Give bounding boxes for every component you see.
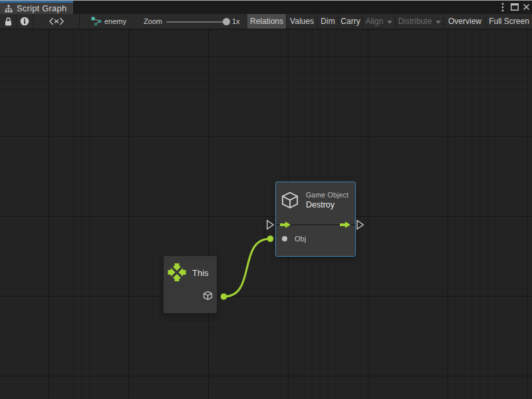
unity-script-graph-window: Script Graph [0, 0, 532, 399]
zoom-label: Zoom [140, 14, 162, 29]
close-icon [523, 3, 530, 11]
graph-canvas[interactable]: This Game Object Destroy [0, 29, 532, 399]
info-icon [20, 17, 29, 26]
control-input-arrow-icon[interactable] [280, 221, 291, 228]
control-input-port-triangle[interactable] [267, 221, 273, 229]
window-close-button[interactable] [523, 0, 530, 14]
dropdown-arrow-icon [436, 21, 441, 24]
toolbar-button-overview[interactable]: Overview [444, 14, 485, 29]
maximize-icon [511, 3, 519, 11]
control-output-port-triangle[interactable] [357, 221, 363, 229]
kebab-menu-icon [501, 3, 504, 12]
distribute-label: Distribute [398, 17, 432, 26]
toolbar-button-values[interactable]: Values [287, 14, 317, 29]
window-top-border [0, 0, 532, 1]
connections-overlay [0, 29, 532, 399]
align-label: Align [366, 17, 384, 26]
script-graph-icon [5, 5, 13, 13]
lock-button[interactable] [0, 14, 16, 29]
graph-name-label: enemy [104, 14, 135, 29]
wire-start-dot[interactable] [221, 293, 227, 300]
toolbar-button-align[interactable]: Align [363, 14, 395, 29]
toolbar-button-distribute[interactable]: Distribute [396, 14, 444, 29]
gameobject-cube-icon [203, 291, 213, 301]
dropdown-arrow-icon [387, 21, 392, 24]
code-graph-icon [49, 17, 64, 25]
node-title: Destroy [306, 200, 334, 209]
relation-curve [264, 228, 268, 238]
window-maximize-button[interactable] [511, 0, 519, 14]
toolbar-separator [79, 14, 80, 29]
zoom-slider-handle[interactable] [223, 18, 230, 25]
window-menu-button[interactable] [501, 0, 504, 14]
edit-graph-button[interactable] [33, 14, 79, 29]
toolbar-button-relations[interactable]: Relations [247, 14, 286, 29]
toolbar-button-fullscreen[interactable]: Full Screen [486, 14, 532, 29]
toolbar-button-dim[interactable]: Dim [318, 14, 338, 29]
node-category: Game Object [306, 191, 348, 199]
node-title: This [192, 268, 209, 278]
toolbar-button-carry[interactable]: Carry [338, 14, 362, 29]
control-output-arrow-icon[interactable] [340, 221, 350, 228]
tab-bar: Script Graph [0, 0, 532, 14]
node-this[interactable]: This [164, 256, 217, 313]
gameobject-cube-icon [281, 190, 299, 210]
this-converge-icon [168, 263, 186, 281]
graph-asset-icon [88, 14, 105, 29]
info-button[interactable] [17, 14, 33, 29]
obj-port-label: Obj [295, 235, 306, 243]
lock-icon [5, 17, 12, 26]
wire-end-dot[interactable] [267, 235, 274, 242]
graph-toolbar: enemy Zoom 1x Relations Values Dim Carry… [0, 14, 532, 29]
zoom-value: 1x [232, 14, 247, 29]
zoom-slider-track[interactable] [166, 21, 230, 23]
connection-wire[interactable] [224, 239, 271, 297]
node-destroy[interactable]: Game Object Destroy Obj [276, 182, 355, 256]
tab-script-graph[interactable]: Script Graph [0, 1, 73, 14]
obj-port-dot[interactable] [282, 236, 287, 241]
tab-label: Script Graph [17, 3, 66, 13]
